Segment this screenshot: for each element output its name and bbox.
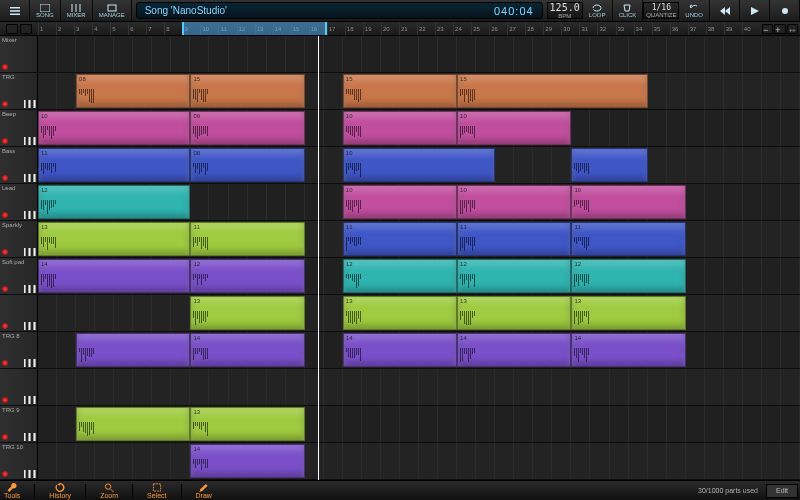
clip[interactable]: 14 xyxy=(571,333,685,367)
track-header[interactable]: Bass xyxy=(0,147,38,183)
track-lane[interactable]: 1412121212 xyxy=(38,258,800,294)
track-lane[interactable]: 1311111111 xyxy=(38,221,800,257)
track-header[interactable]: Lead xyxy=(0,184,38,220)
clip[interactable]: 14 xyxy=(457,333,571,367)
quantize-display[interactable]: 1/16 QUANTIZE xyxy=(643,2,679,19)
record-arm-dot[interactable] xyxy=(2,434,8,440)
record-arm-dot[interactable] xyxy=(2,64,8,70)
clip[interactable]: 13 xyxy=(457,296,571,330)
song-button[interactable]: SONG xyxy=(30,0,61,21)
clip[interactable]: 08 xyxy=(190,148,304,182)
clip[interactable]: 10 xyxy=(343,185,457,219)
track-header[interactable]: TRG xyxy=(0,73,38,109)
track-lane[interactable] xyxy=(38,369,800,405)
track-header[interactable] xyxy=(0,369,38,405)
zoom-button[interactable]: Zoom xyxy=(96,483,122,499)
clip[interactable]: 14 xyxy=(343,333,457,367)
record-arm-dot[interactable] xyxy=(2,212,8,218)
record-arm-dot[interactable] xyxy=(2,286,8,292)
loop-button[interactable]: LOOP xyxy=(583,0,613,21)
track-lane[interactable]: 13 xyxy=(38,406,800,442)
clip[interactable]: 10 xyxy=(457,111,571,145)
track-lane[interactable]: 14 xyxy=(38,443,800,479)
track-header[interactable]: TRG 10 xyxy=(0,443,38,479)
cursor-tool-button[interactable] xyxy=(6,24,18,34)
clip[interactable]: 13 xyxy=(343,296,457,330)
record-arm-dot[interactable] xyxy=(2,101,8,107)
clip[interactable] xyxy=(76,407,190,441)
clip[interactable]: 10 xyxy=(343,148,495,182)
clip[interactable]: 14 xyxy=(190,444,304,478)
clip[interactable]: 12 xyxy=(190,259,304,293)
track-header[interactable] xyxy=(0,295,38,331)
click-button[interactable]: CLICK xyxy=(613,0,644,21)
edit-tab[interactable]: Edit xyxy=(766,484,798,498)
record-arm-dot[interactable] xyxy=(2,471,8,477)
clip[interactable] xyxy=(571,148,647,182)
clip[interactable]: 11 xyxy=(38,148,190,182)
rewind-button[interactable] xyxy=(710,0,740,21)
track-lane[interactable]: 110810 xyxy=(38,147,800,183)
track-lane[interactable] xyxy=(38,36,800,72)
zoom-out-h-button[interactable]: − xyxy=(762,24,773,34)
track-header[interactable]: TRG 9 xyxy=(0,406,38,442)
track-lane[interactable]: 10091010 xyxy=(38,110,800,146)
clip[interactable]: 11 xyxy=(343,222,457,256)
snap-tool-button[interactable] xyxy=(20,24,32,34)
draw-button[interactable]: Draw xyxy=(192,483,216,499)
record-arm-dot[interactable] xyxy=(2,397,8,403)
clip[interactable]: 10 xyxy=(457,185,571,219)
clip[interactable]: 09 xyxy=(190,111,304,145)
menu-button[interactable] xyxy=(0,0,30,21)
play-button[interactable] xyxy=(740,0,770,21)
mixer-button[interactable]: MIXER xyxy=(61,0,93,21)
clip[interactable]: 11 xyxy=(190,222,304,256)
clip[interactable]: 08 xyxy=(76,74,190,108)
clip[interactable] xyxy=(76,333,190,367)
zoom-fit-button[interactable]: ↔ xyxy=(787,24,798,34)
clip[interactable]: 10 xyxy=(571,185,685,219)
clip[interactable]: 14 xyxy=(38,259,190,293)
track-lane[interactable]: 14141414 xyxy=(38,332,800,368)
history-button[interactable]: History xyxy=(45,483,75,499)
track-header[interactable]: Mixer xyxy=(0,36,38,72)
clip[interactable]: 15 xyxy=(457,74,648,108)
select-button[interactable]: Select xyxy=(143,483,170,499)
track-lane[interactable]: 13131313 xyxy=(38,295,800,331)
track-header[interactable]: TRG 8 xyxy=(0,332,38,368)
clip[interactable]: 13 xyxy=(190,296,304,330)
record-arm-dot[interactable] xyxy=(2,360,8,366)
clip[interactable]: 12 xyxy=(343,259,457,293)
clip[interactable]: 13 xyxy=(190,407,304,441)
timeline-ruler[interactable]: 1234567891011121314151617181920212223242… xyxy=(38,22,760,35)
clip[interactable]: 15 xyxy=(190,74,304,108)
record-arm-dot[interactable] xyxy=(2,323,8,329)
track-lane[interactable]: 12101010 xyxy=(38,184,800,220)
record-button[interactable] xyxy=(770,0,800,21)
clip[interactable]: 10 xyxy=(38,111,190,145)
manage-button[interactable]: MANAGE xyxy=(93,0,132,21)
clip[interactable]: 11 xyxy=(457,222,571,256)
clip[interactable]: 14 xyxy=(190,333,304,367)
clip[interactable]: 13 xyxy=(38,222,190,256)
zoom-in-h-button[interactable]: + xyxy=(774,24,785,34)
clip[interactable]: 12 xyxy=(571,259,685,293)
track-header[interactable]: Soft pad xyxy=(0,258,38,294)
clip[interactable]: 10 xyxy=(343,111,457,145)
clip[interactable]: 13 xyxy=(571,296,685,330)
track-header[interactable]: Sparkly xyxy=(0,221,38,257)
clip[interactable]: 11 xyxy=(571,222,685,256)
record-arm-dot[interactable] xyxy=(2,138,8,144)
clip[interactable]: 15 xyxy=(343,74,457,108)
record-arm-dot[interactable] xyxy=(2,175,8,181)
loop-region[interactable] xyxy=(182,22,326,35)
clip[interactable]: 12 xyxy=(457,259,571,293)
clip[interactable]: 12 xyxy=(38,185,190,219)
track-lane[interactable]: 08151515 xyxy=(38,73,800,109)
tools-button[interactable]: Tools xyxy=(0,483,24,499)
record-arm-dot[interactable] xyxy=(2,249,8,255)
track-header[interactable]: Beep xyxy=(0,110,38,146)
svg-rect-4 xyxy=(153,483,160,490)
undo-button[interactable]: UNDO xyxy=(679,0,710,21)
bpm-display[interactable]: 125.0 BPM xyxy=(547,2,583,19)
